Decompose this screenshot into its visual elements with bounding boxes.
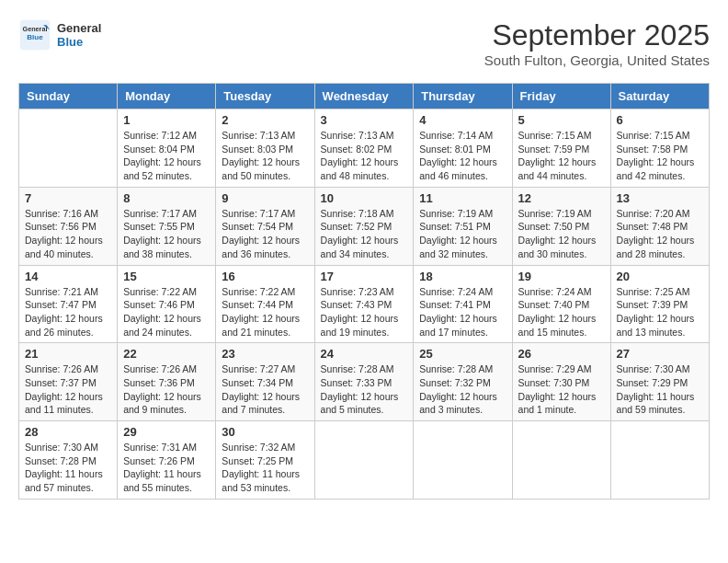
calendar-cell: 19Sunrise: 7:24 AM Sunset: 7:40 PM Dayli… [512,265,610,343]
calendar-cell: 1Sunrise: 7:12 AM Sunset: 8:04 PM Daylig… [118,109,216,188]
day-info: Sunrise: 7:22 AM Sunset: 7:46 PM Dayligh… [123,285,210,339]
calendar-table: SundayMondayTuesdayWednesdayThursdayFrid… [18,83,710,500]
calendar-cell: 22Sunrise: 7:26 AM Sunset: 7:36 PM Dayli… [118,343,216,421]
calendar-week-row: 21Sunrise: 7:26 AM Sunset: 7:37 PM Dayli… [19,343,710,421]
day-number: 24 [321,347,408,361]
day-info: Sunrise: 7:23 AM Sunset: 7:43 PM Dayligh… [321,285,408,339]
logo-blue: Blue [57,35,101,49]
day-number: 27 [617,347,703,361]
calendar-cell: 15Sunrise: 7:22 AM Sunset: 7:46 PM Dayli… [118,265,216,343]
day-number: 17 [321,270,408,283]
day-info: Sunrise: 7:13 AM Sunset: 8:02 PM Dayligh… [321,129,408,183]
day-info: Sunrise: 7:30 AM Sunset: 7:28 PM Dayligh… [25,441,111,495]
calendar-week-row: 7Sunrise: 7:16 AM Sunset: 7:56 PM Daylig… [19,187,710,265]
day-info: Sunrise: 7:20 AM Sunset: 7:48 PM Dayligh… [617,207,703,261]
day-info: Sunrise: 7:13 AM Sunset: 8:03 PM Dayligh… [222,129,308,183]
day-info: Sunrise: 7:30 AM Sunset: 7:29 PM Dayligh… [617,362,703,417]
day-number: 2 [222,113,308,127]
day-header-sunday: Sunday [19,84,118,109]
calendar-cell: 18Sunrise: 7:24 AM Sunset: 7:41 PM Dayli… [414,265,512,343]
calendar-cell: 25Sunrise: 7:28 AM Sunset: 7:32 PM Dayli… [414,343,512,421]
month-title: September 2025 [484,18,710,52]
day-number: 12 [518,191,605,205]
calendar-cell: 26Sunrise: 7:29 AM Sunset: 7:30 PM Dayli… [512,343,610,421]
day-number: 9 [222,191,308,205]
day-number: 8 [123,191,210,205]
calendar-cell: 16Sunrise: 7:22 AM Sunset: 7:44 PM Dayli… [216,265,314,343]
day-info: Sunrise: 7:15 AM Sunset: 7:59 PM Dayligh… [518,129,605,183]
day-number: 29 [123,425,210,439]
day-info: Sunrise: 7:25 AM Sunset: 7:39 PM Dayligh… [617,285,703,339]
calendar-cell: 13Sunrise: 7:20 AM Sunset: 7:48 PM Dayli… [610,187,709,265]
day-info: Sunrise: 7:17 AM Sunset: 7:55 PM Dayligh… [123,207,210,261]
logo-general: General [57,21,101,35]
day-info: Sunrise: 7:31 AM Sunset: 7:26 PM Dayligh… [123,441,210,495]
day-number: 3 [321,113,408,127]
calendar-cell: 14Sunrise: 7:21 AM Sunset: 7:47 PM Dayli… [19,265,118,343]
calendar-cell: 9Sunrise: 7:17 AM Sunset: 7:54 PM Daylig… [216,187,314,265]
day-info: Sunrise: 7:28 AM Sunset: 7:33 PM Dayligh… [321,362,408,417]
calendar-cell: 7Sunrise: 7:16 AM Sunset: 7:56 PM Daylig… [19,187,118,265]
day-header-wednesday: Wednesday [314,84,414,109]
day-header-saturday: Saturday [610,84,709,109]
calendar-cell: 21Sunrise: 7:26 AM Sunset: 7:37 PM Dayli… [19,343,118,421]
calendar-cell: 23Sunrise: 7:27 AM Sunset: 7:34 PM Dayli… [216,343,314,421]
calendar-cell: 2Sunrise: 7:13 AM Sunset: 8:03 PM Daylig… [216,109,314,188]
day-info: Sunrise: 7:28 AM Sunset: 7:32 PM Dayligh… [419,362,506,417]
day-number: 13 [617,191,703,205]
calendar-cell: 28Sunrise: 7:30 AM Sunset: 7:28 PM Dayli… [19,421,118,500]
day-info: Sunrise: 7:16 AM Sunset: 7:56 PM Dayligh… [25,207,111,261]
day-info: Sunrise: 7:19 AM Sunset: 7:51 PM Dayligh… [419,207,506,261]
day-info: Sunrise: 7:19 AM Sunset: 7:50 PM Dayligh… [518,207,605,261]
calendar-cell: 5Sunrise: 7:15 AM Sunset: 7:59 PM Daylig… [512,109,610,188]
title-area: September 2025 South Fulton, Georgia, Un… [484,18,710,68]
calendar-cell: 10Sunrise: 7:18 AM Sunset: 7:52 PM Dayli… [314,187,414,265]
day-number: 18 [419,270,506,283]
day-info: Sunrise: 7:29 AM Sunset: 7:30 PM Dayligh… [518,362,605,417]
calendar-cell: 27Sunrise: 7:30 AM Sunset: 7:29 PM Dayli… [610,343,709,421]
day-number: 30 [222,425,308,439]
logo: General Blue General Blue [18,18,101,52]
day-number: 4 [419,113,506,127]
calendar-cell: 11Sunrise: 7:19 AM Sunset: 7:51 PM Dayli… [414,187,512,265]
day-number: 28 [25,425,111,439]
calendar-cell: 8Sunrise: 7:17 AM Sunset: 7:55 PM Daylig… [118,187,216,265]
calendar-cell [512,421,610,500]
calendar-cell: 29Sunrise: 7:31 AM Sunset: 7:26 PM Dayli… [118,421,216,500]
day-info: Sunrise: 7:27 AM Sunset: 7:34 PM Dayligh… [222,362,308,417]
svg-text:Blue: Blue [27,33,43,41]
calendar-cell: 17Sunrise: 7:23 AM Sunset: 7:43 PM Dayli… [314,265,414,343]
day-header-tuesday: Tuesday [216,84,314,109]
day-number: 11 [419,191,506,205]
day-number: 25 [419,347,506,361]
day-info: Sunrise: 7:24 AM Sunset: 7:41 PM Dayligh… [419,285,506,339]
day-info: Sunrise: 7:17 AM Sunset: 7:54 PM Dayligh… [222,207,308,261]
logo-icon: General Blue [18,18,51,52]
calendar-cell: 3Sunrise: 7:13 AM Sunset: 8:02 PM Daylig… [314,109,414,188]
calendar-cell: 4Sunrise: 7:14 AM Sunset: 8:01 PM Daylig… [414,109,512,188]
day-number: 22 [123,347,210,361]
day-header-monday: Monday [118,84,216,109]
day-number: 23 [222,347,308,361]
day-info: Sunrise: 7:32 AM Sunset: 7:25 PM Dayligh… [222,441,308,495]
day-header-friday: Friday [512,84,610,109]
day-number: 1 [123,113,210,127]
calendar-cell [19,109,118,188]
day-info: Sunrise: 7:22 AM Sunset: 7:44 PM Dayligh… [222,285,308,339]
logo-text: General Blue [57,21,101,49]
calendar-header-row: SundayMondayTuesdayWednesdayThursdayFrid… [19,84,710,109]
day-number: 26 [518,347,605,361]
day-number: 19 [518,270,605,283]
calendar-cell [414,421,512,500]
day-number: 20 [617,270,703,283]
day-info: Sunrise: 7:26 AM Sunset: 7:36 PM Dayligh… [123,362,210,417]
day-info: Sunrise: 7:12 AM Sunset: 8:04 PM Dayligh… [123,129,210,183]
calendar-cell [314,421,414,500]
day-info: Sunrise: 7:15 AM Sunset: 7:58 PM Dayligh… [617,129,703,183]
page-header: General Blue General Blue September 2025… [18,18,710,68]
day-number: 15 [123,270,210,283]
calendar-cell: 30Sunrise: 7:32 AM Sunset: 7:25 PM Dayli… [216,421,314,500]
day-info: Sunrise: 7:18 AM Sunset: 7:52 PM Dayligh… [321,207,408,261]
day-number: 10 [321,191,408,205]
day-header-thursday: Thursday [414,84,512,109]
